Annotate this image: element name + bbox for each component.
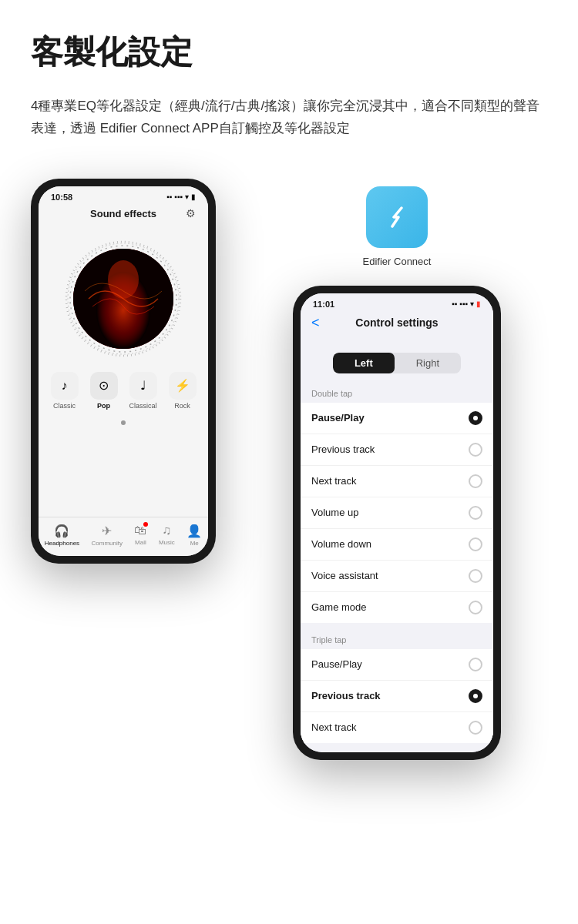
right-signal-icon: ▪▪▪ [459, 300, 468, 308]
left-status-time: 10:58 [51, 192, 72, 202]
left-phone-screen: 10:58 ▪▪ ▪▪▪ ▾ ▮ Sound effects ⚙ [39, 186, 208, 556]
left-phone: 10:58 ▪▪ ▪▪▪ ▾ ▮ Sound effects ⚙ [31, 179, 216, 564]
lr-toggle-inner: Left Right [333, 353, 461, 373]
left-status-bar: 10:58 ▪▪ ▪▪▪ ▾ ▮ [39, 186, 208, 205]
edifier-connect-icon [366, 186, 428, 248]
page-indicator [39, 417, 208, 433]
eq-rock-icon: ⚡ [169, 372, 197, 400]
settings-item-next-track[interactable]: Next track [301, 466, 493, 497]
right-phone: 11:01 ▪▪ ▪▪▪ ▾ ▮ < Control settings [293, 286, 501, 760]
page-container: 客製化設定 4種專業EQ等化器設定（經典/流行/古典/搖滾）讓你完全沉浸其中，適… [0, 0, 578, 791]
page-title: 客製化設定 [31, 31, 547, 74]
eq-tab-classical[interactable]: ♩ Classical [126, 372, 160, 410]
right-side: Edifier Connect 11:01 ▪▪ ▪▪▪ ▾ ▮ [247, 179, 547, 760]
eq-tab-rock[interactable]: ⚡ Rock [166, 372, 199, 410]
right-activity-icon: ▪▪ [452, 300, 457, 308]
me-label: Me [190, 540, 199, 547]
signal-icon: ▪▪▪ [174, 192, 183, 201]
right-nav-title: Control settings [355, 316, 438, 329]
album-art [66, 241, 181, 357]
triple-pause-play-label: Pause/Play [311, 658, 362, 670]
next-track-label: Next track [311, 475, 357, 487]
settings-item-voice-assistant[interactable]: Voice assistant [301, 561, 493, 592]
volume-down-label: Volume down [311, 538, 371, 550]
battery-icon: ▮ [191, 192, 196, 201]
activity-icon: ▪▪ [166, 192, 172, 201]
bottom-nav-music[interactable]: ♫ Music [159, 524, 175, 547]
right-battery-icon: ▮ [476, 300, 481, 308]
triple-prev-track-radio[interactable] [469, 689, 482, 703]
pause-play-radio[interactable] [469, 411, 482, 425]
community-icon: ✈ [102, 524, 112, 538]
voice-assistant-radio[interactable] [469, 569, 482, 583]
pause-play-label: Pause/Play [311, 412, 365, 424]
back-button[interactable]: < [311, 315, 320, 331]
next-track-radio[interactable] [469, 474, 482, 488]
album-art-circle [73, 249, 173, 349]
triple-settings-item-next-track[interactable]: Next track [301, 712, 493, 743]
prev-track-radio[interactable] [469, 443, 482, 457]
left-status-icons: ▪▪ ▪▪▪ ▾ ▮ [166, 192, 196, 201]
eq-tab-pop[interactable]: ⊙ Pop [87, 372, 120, 410]
settings-item-prev-track[interactable]: Previous track [301, 434, 493, 466]
wifi-icon: ▾ [185, 192, 189, 201]
triple-tap-section-label: Triple tap [301, 632, 493, 649]
double-tap-group: Pause/Play Previous track Next track [301, 403, 493, 623]
game-mode-radio[interactable] [469, 601, 482, 614]
eq-classical-icon: ♩ [129, 372, 157, 400]
headphones-label: Headphones [45, 540, 79, 547]
triple-prev-track-label: Previous track [311, 690, 381, 701]
left-phone-nav: Sound effects ⚙ [39, 205, 208, 226]
settings-icon[interactable]: ⚙ [186, 207, 196, 219]
mall-icon: 🛍 [134, 524, 146, 537]
app-name-label: Edifier Connect [363, 256, 432, 267]
left-toggle-btn[interactable]: Left [333, 353, 395, 373]
eq-tab-classic[interactable]: ♪ Classic [48, 372, 81, 410]
page-dot [121, 420, 126, 425]
album-art-figure [73, 249, 173, 349]
bottom-nav-mall[interactable]: 🛍 Mall [134, 524, 146, 547]
settings-item-volume-down[interactable]: Volume down [301, 529, 493, 561]
eq-tabs: ♪ Classic ⊙ Pop ♩ Classical ⚡ Rock [39, 364, 208, 417]
right-status-bar: 11:01 ▪▪ ▪▪▪ ▾ ▮ [301, 293, 493, 312]
right-toggle-btn[interactable]: Right [395, 353, 461, 373]
double-tap-section-label: Double tap [301, 386, 493, 403]
community-label: Community [92, 540, 123, 547]
phones-row: 10:58 ▪▪ ▪▪▪ ▾ ▮ Sound effects ⚙ [31, 179, 547, 760]
left-bottom-nav: 🎧 Headphones ✈ Community 🛍 Mall ♫ Music [39, 517, 208, 556]
settings-item-game-mode[interactable]: Game mode [301, 592, 493, 623]
game-mode-label: Game mode [311, 601, 367, 613]
headphones-icon: 🎧 [54, 524, 69, 538]
edifier-logo-svg [380, 200, 414, 234]
eq-classical-label: Classical [129, 402, 156, 410]
bottom-nav-me[interactable]: 👤 Me [187, 524, 202, 547]
bottom-nav-community[interactable]: ✈ Community [92, 524, 123, 547]
triple-next-track-label: Next track [311, 721, 357, 733]
eq-rock-label: Rock [174, 402, 190, 410]
mall-label: Mall [135, 539, 146, 546]
volume-down-radio[interactable] [469, 537, 482, 551]
triple-pause-play-radio[interactable] [469, 658, 482, 671]
eq-classic-icon: ♪ [51, 372, 79, 400]
me-icon: 👤 [187, 524, 202, 538]
album-art-container [39, 226, 208, 364]
right-phone-screen: 11:01 ▪▪ ▪▪▪ ▾ ▮ < Control settings [301, 293, 493, 752]
right-wifi-icon: ▾ [470, 300, 474, 308]
triple-settings-item-prev-track[interactable]: Previous track [301, 681, 493, 712]
lr-toggle: Left Right [301, 353, 493, 373]
music-label: Music [159, 539, 175, 546]
right-status-icons: ▪▪ ▪▪▪ ▾ ▮ [452, 300, 481, 308]
volume-up-radio[interactable] [469, 506, 482, 520]
settings-item-pause-play[interactable]: Pause/Play [301, 403, 493, 434]
voice-assistant-label: Voice assistant [311, 570, 378, 581]
eq-pop-label: Pop [97, 402, 110, 410]
page-description: 4種專業EQ等化器設定（經典/流行/古典/搖滾）讓你完全沉浸其中，適合不同類型的… [31, 95, 547, 140]
music-icon: ♫ [162, 524, 171, 537]
bottom-nav-headphones[interactable]: 🎧 Headphones [45, 524, 79, 547]
left-nav-title: Sound effects [90, 208, 156, 219]
triple-next-track-radio[interactable] [469, 721, 482, 735]
triple-settings-item-pause-play[interactable]: Pause/Play [301, 649, 493, 681]
app-icon-container: Edifier Connect [363, 186, 432, 267]
right-phone-nav: < Control settings [301, 312, 493, 339]
settings-item-volume-up[interactable]: Volume up [301, 497, 493, 529]
